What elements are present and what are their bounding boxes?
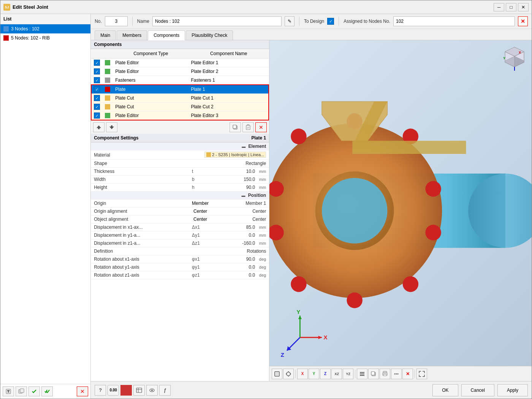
position-collapse-btn[interactable]: ▬ [241, 193, 245, 198]
origin-align-col2: Center [212, 207, 269, 215]
svg-marker-5 [97, 125, 101, 128]
row-checkbox[interactable]: ✓ [91, 85, 102, 94]
viewport[interactable]: X Y Z [269, 40, 532, 381]
viewport-select-button[interactable] [272, 369, 282, 379]
view-expand-button[interactable] [416, 369, 427, 379]
table-row[interactable]: ✓ Plate Cut Plate Cut 1 [91, 94, 269, 103]
row-name: Plate 1 [188, 85, 269, 94]
move-down-button[interactable] [106, 122, 117, 132]
assigned-input[interactable] [393, 16, 515, 26]
table-row[interactable]: ✓ Plate Cut Plate Cut 2 [91, 103, 269, 111]
copy-button[interactable] [230, 122, 241, 132]
row-type: Plate Editor [113, 111, 188, 120]
tab-main[interactable]: Main [95, 30, 116, 40]
list-items: 3 Nodes : 102 5 Nodes: 102 - RIB [0, 24, 90, 384]
name-input[interactable] [152, 16, 282, 26]
table-row[interactable]: ✓ Plate Editor Plate Editor 1 [91, 59, 269, 67]
svg-point-54 [287, 372, 290, 376]
list-item[interactable]: 5 Nodes: 102 - RIB [0, 33, 90, 43]
row-checkbox[interactable]: ✓ [91, 94, 102, 103]
disp-z1-row: Displacement in z1-a... Δz1 -160.0 mm [91, 239, 269, 247]
row-color [102, 76, 113, 85]
config-panel: Components Component Type Component Name [91, 40, 269, 381]
color-swatch-button[interactable] [120, 385, 132, 396]
disp-y1-row: Displacement in y1-a... Δy1 0.0 mm [91, 231, 269, 239]
viewport-move-button[interactable] [283, 369, 294, 379]
view-layers-button[interactable] [357, 369, 367, 379]
move-up-button[interactable] [93, 122, 104, 132]
zero-button[interactable]: 0.00 [108, 385, 119, 396]
svg-point-74 [151, 390, 153, 391]
rot-x1-row: Rotation about x1-axis φx1 90.0 deg [91, 255, 269, 263]
row-checkbox[interactable]: ✓ [91, 76, 102, 85]
view-close-button[interactable]: ✕ [402, 369, 413, 379]
row-name: Plate Editor 1 [188, 59, 269, 67]
rot-y1-row: Rotation about y1-axis φy1 0.0 deg [91, 263, 269, 271]
name-edit-button[interactable]: ✎ [285, 16, 294, 26]
split-view: Components Component Type Component Name [91, 40, 532, 381]
titlebar-left: SJ Edit Steel Joint [3, 4, 48, 11]
add-button[interactable] [3, 386, 14, 396]
row-color [102, 59, 113, 67]
row-checkbox[interactable]: ✓ [91, 67, 102, 76]
view-copy-button[interactable] [368, 369, 379, 379]
delete-component-button[interactable]: ✕ [255, 122, 267, 132]
disp-x1-label: Displacement in x1-ax... [91, 223, 189, 231]
material-value: 2 - S235 | Isotropic | Linea... [212, 152, 264, 157]
disp-z1-symbol: Δz1 [189, 239, 212, 247]
tab-plausibility[interactable]: Plausibility Check [186, 30, 233, 40]
view-more-button[interactable] [391, 369, 402, 379]
no-input[interactable] [105, 16, 128, 26]
rot-z1-value-cell: 0.0 deg [215, 272, 266, 278]
assigned-clear-button[interactable]: ✕ [518, 16, 528, 26]
svg-rect-6 [98, 128, 100, 129]
rot-y1-symbol: φy1 [189, 263, 212, 271]
close-button[interactable]: ✕ [518, 3, 529, 11]
orientation-cube[interactable]: X Y Z [501, 44, 528, 71]
cancel-button[interactable]: Cancel [461, 384, 494, 396]
check-all-button[interactable] [41, 386, 53, 396]
view-print-button[interactable] [380, 369, 390, 379]
table-row[interactable]: ✓ Fasteners Fasteners 1 [91, 76, 269, 85]
rot-x1-value-cell: 90.0 deg [215, 256, 266, 262]
minimize-button[interactable]: ─ [494, 3, 504, 11]
svg-rect-53 [276, 372, 279, 375]
tab-members[interactable]: Members [117, 30, 147, 40]
3d-view: X Y Z [269, 40, 532, 381]
eye-button[interactable] [146, 385, 158, 396]
view-y-button[interactable]: Y [309, 369, 319, 379]
delete-button[interactable]: ✕ [77, 386, 88, 396]
disp-z1-value-cell: -160.0 mm [215, 241, 266, 246]
no-field-group: No. [95, 19, 102, 24]
view-xz-button[interactable]: XZ [331, 369, 342, 379]
duplicate-button[interactable] [16, 386, 27, 396]
maximize-button[interactable]: □ [506, 3, 516, 11]
table-row[interactable]: ✓ Plate Editor Plate Editor 2 [91, 67, 269, 76]
bottom-bar: ? 0.00 ƒ OK Cancel Apply [91, 381, 532, 399]
help-button[interactable]: ? [95, 385, 106, 396]
row-color [102, 94, 113, 103]
paste-button[interactable] [242, 122, 254, 132]
check-button[interactable] [28, 386, 40, 396]
apply-button[interactable]: Apply [497, 384, 528, 396]
formula-button[interactable]: ƒ [159, 385, 171, 396]
ok-button[interactable]: OK [432, 384, 458, 396]
right-area: No. Name ✎ To Design ✓ Assigned to Nodes… [91, 14, 532, 399]
table-row[interactable]: ✓ Plate Plate 1 [91, 85, 269, 94]
view-yz-button[interactable]: YZ [343, 369, 353, 379]
row-name: Plate Editor 3 [188, 111, 269, 120]
row-checkbox[interactable]: ✓ [91, 59, 102, 67]
list-item[interactable]: 3 Nodes : 102 [0, 24, 90, 33]
svg-text:Y: Y [296, 309, 300, 315]
table-row[interactable]: ✓ Plate Editor Plate Editor 3 [91, 111, 269, 120]
row-checkbox[interactable]: ✓ [91, 103, 102, 111]
row-checkbox[interactable]: ✓ [91, 111, 102, 120]
svg-point-69 [397, 373, 399, 374]
to-design-checkbox[interactable]: ✓ [327, 18, 334, 25]
tab-components[interactable]: Components [148, 30, 185, 40]
view-z-button[interactable]: Z [320, 369, 331, 379]
table-button[interactable] [133, 385, 145, 396]
view-x-button[interactable]: X [297, 369, 308, 379]
element-collapse-btn[interactable]: ▬ [242, 144, 245, 149]
width-value: 150.0 [244, 177, 255, 182]
